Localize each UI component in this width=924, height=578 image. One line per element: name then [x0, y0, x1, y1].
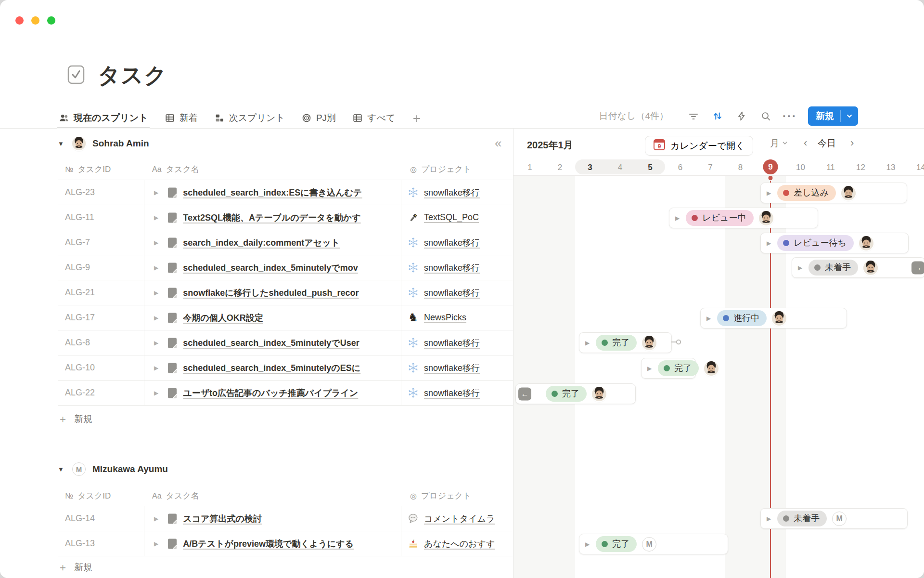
expand-bar-icon[interactable]: ▶ [767, 515, 771, 522]
timeline-bar-完了[interactable]: ←完了 [515, 383, 636, 404]
tab-現在のスプリント[interactable]: 現在のスプリント [59, 107, 148, 129]
expand-bar-icon[interactable]: ▶ [647, 365, 652, 372]
close-button[interactable] [15, 16, 24, 25]
group-collapse-icon[interactable]: ▼ [58, 140, 65, 147]
group-header[interactable]: ▼MMizukawa Ayumu [58, 460, 513, 478]
date-label[interactable]: 12 [856, 163, 865, 172]
column-header-プロジェクト[interactable]: ◎プロジェクト [401, 164, 513, 175]
date-label[interactable]: 6 [678, 163, 682, 172]
expand-bar-icon[interactable]: ▶ [585, 340, 590, 346]
date-label[interactable]: 4 [618, 163, 622, 172]
date-label[interactable]: 11 [826, 163, 835, 172]
add-view-tab[interactable] [411, 107, 422, 129]
task-name-cell[interactable]: ▶search_index_daily:commentアセット [144, 230, 401, 255]
project-cell[interactable]: snowflake移行 [401, 330, 513, 355]
expand-row-icon[interactable]: ▶ [154, 315, 158, 321]
today-button[interactable]: 今日 [818, 137, 836, 150]
expand-row-icon[interactable]: ▶ [154, 515, 158, 522]
timeline-bar-完了[interactable]: ▶完了M [579, 534, 728, 554]
next-period-icon[interactable]: › [850, 137, 854, 149]
tab-次スプリント[interactable]: 次スプリント [214, 107, 285, 129]
date-label[interactable]: 8 [738, 163, 743, 172]
sort-icon[interactable] [712, 110, 723, 122]
timeline-bar-レビュー待ち[interactable]: ▶レビュー待ち [760, 233, 909, 253]
project-link[interactable]: snowflake移行 [424, 287, 480, 299]
today-date-badge[interactable]: 9 [763, 159, 778, 174]
expand-bar-icon[interactable]: ▶ [585, 541, 590, 548]
search-icon[interactable] [760, 110, 771, 122]
date-label[interactable]: 7 [708, 163, 712, 172]
task-title-link[interactable]: scheduled_search_index_5minutelyのESに [183, 362, 360, 374]
project-link[interactable]: snowflake移行 [424, 362, 480, 374]
task-title-link[interactable]: scheduled_search_index_5minutelyでUser [183, 337, 359, 349]
task-id-cell[interactable]: ALG-21 [58, 280, 144, 305]
task-title-link[interactable]: Text2SQL機能、Aテーブルのデータを動かす [183, 212, 360, 223]
project-link[interactable]: snowflake移行 [424, 187, 480, 198]
task-id-cell[interactable]: ALG-9 [58, 255, 144, 280]
new-button[interactable]: 新規 [808, 106, 858, 126]
task-title-link[interactable]: snowflakeに移行したsheduled_push_recor [183, 287, 359, 299]
more-options-icon[interactable]: ··· [784, 110, 796, 122]
expand-row-icon[interactable]: ▶ [154, 365, 158, 371]
column-header-タスク名[interactable]: Aaタスク名 [144, 164, 401, 175]
date-label[interactable]: 14 [916, 163, 924, 172]
date-label[interactable]: 10 [796, 163, 805, 172]
prev-period-icon[interactable]: ‹ [804, 137, 807, 149]
timeline-bar-未着手[interactable]: ▶未着手M [760, 508, 908, 529]
project-cell[interactable]: snowflake移行 [401, 180, 513, 205]
project-link[interactable]: TextSQL_PoC [424, 212, 479, 223]
timeline-bar-完了[interactable]: ▶完了 [641, 358, 696, 379]
task-title-link[interactable]: scheduled_search_index:ESに書き込んむテ [183, 187, 362, 198]
add-new-row[interactable]: ＋新規 [58, 405, 513, 432]
column-header-プロジェクト[interactable]: ◎プロジェクト [401, 490, 513, 501]
expand-bar-icon[interactable]: ▶ [767, 190, 771, 197]
task-name-cell[interactable]: ▶Text2SQL機能、Aテーブルのデータを動かす [144, 205, 401, 230]
scroll-to-end-icon[interactable]: → [911, 261, 924, 274]
open-calendar-button[interactable]: 9 カレンダーで開く [645, 136, 753, 156]
task-name-cell[interactable]: ▶今期の個人OKR設定 [144, 305, 401, 330]
column-header-タスクID[interactable]: №タスクID [58, 164, 144, 175]
date-filter-label[interactable]: 日付なし（4件） [599, 110, 668, 122]
task-name-cell[interactable]: ▶scheduled_search_index_5minutelyのESに [144, 355, 401, 380]
automation-icon[interactable] [736, 110, 747, 122]
task-title-link[interactable]: ユーザto広告記事のバッチ推薦パイプライン [183, 387, 358, 399]
date-label[interactable]: 3 [588, 163, 592, 172]
task-id-cell[interactable]: ALG-23 [58, 180, 144, 205]
project-link[interactable]: snowflake移行 [424, 337, 480, 349]
task-id-cell[interactable]: ALG-22 [58, 381, 144, 405]
project-link[interactable]: あなたへのおすす [424, 538, 495, 550]
expand-row-icon[interactable]: ▶ [154, 390, 158, 396]
project-cell[interactable]: snowflake移行 [401, 255, 513, 280]
group-collapse-icon[interactable]: ▼ [58, 466, 65, 473]
task-name-cell[interactable]: ▶スコア算出式の検討 [144, 506, 401, 531]
expand-bar-icon[interactable]: ▶ [798, 264, 802, 271]
group-header[interactable]: ▼Sohrab Amin [58, 134, 513, 153]
project-link[interactable]: snowflake移行 [424, 387, 480, 399]
project-cell[interactable]: snowflake移行 [401, 280, 513, 305]
add-new-row[interactable]: ＋新規 [58, 556, 513, 578]
expand-row-icon[interactable]: ▶ [154, 340, 158, 346]
scroll-to-start-icon[interactable]: ← [518, 387, 531, 400]
checkbox-page-icon[interactable] [66, 65, 86, 87]
minimize-button[interactable] [31, 16, 39, 25]
task-name-cell[interactable]: ▶A/Bテストがpreview環境で動くようにする [144, 531, 401, 556]
project-link[interactable]: snowflake移行 [424, 262, 480, 274]
task-name-cell[interactable]: ▶ユーザto広告記事のバッチ推薦パイプライン [144, 381, 401, 405]
timeline-bar-レビュー中[interactable]: ▶レビュー中 [669, 208, 818, 228]
expand-row-icon[interactable]: ▶ [154, 540, 158, 547]
expand-bar-icon[interactable]: ▶ [706, 315, 711, 322]
collapse-panel-icon[interactable]: « [495, 136, 501, 151]
tab-新着[interactable]: 新着 [165, 107, 198, 129]
timeline-bar-未着手[interactable]: ▶未着手→ [792, 257, 924, 278]
task-title-link[interactable]: search_index_daily:commentアセット [183, 237, 340, 249]
tab-すべて[interactable]: すべて [352, 107, 395, 129]
date-label[interactable]: 5 [648, 163, 652, 172]
date-label[interactable]: 2 [558, 163, 562, 172]
filter-icon[interactable] [688, 110, 699, 122]
timeline-bar-差し込み[interactable]: ▶差し込み [760, 183, 907, 203]
project-cell[interactable]: コメントタイムラ [401, 506, 513, 531]
date-label[interactable]: 13 [886, 163, 896, 172]
project-cell[interactable]: snowflake移行 [401, 230, 513, 255]
expand-row-icon[interactable]: ▶ [154, 189, 158, 196]
task-id-cell[interactable]: ALG-10 [58, 355, 144, 380]
